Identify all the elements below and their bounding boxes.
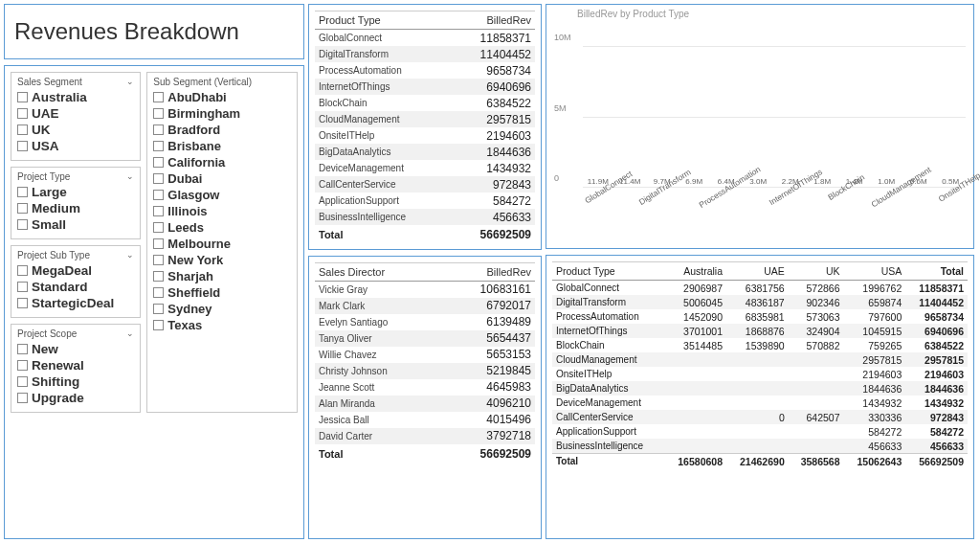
slicer-item[interactable]: UAE <box>17 105 134 122</box>
slicer-item[interactable]: Melbourne <box>153 236 291 252</box>
checkbox-icon[interactable] <box>153 206 164 216</box>
table-row[interactable]: Evelyn Santiago6139489 <box>315 314 535 330</box>
slicer-item[interactable]: Texas <box>153 317 291 333</box>
checkbox-icon[interactable] <box>153 157 164 168</box>
slicer-item[interactable]: UK <box>17 122 134 138</box>
matrix-row[interactable]: InternetOfThings370100118688763249041045… <box>552 324 968 338</box>
slicer-item[interactable]: USA <box>17 138 134 154</box>
matrix-row[interactable]: OnsiteITHelp21946032194603 <box>552 367 968 381</box>
table-row[interactable]: GlobalConnect11858371 <box>315 30 535 47</box>
slicer-project-type[interactable]: Project Type ⌄ LargeMediumSmall <box>11 167 141 239</box>
table-row[interactable]: ApplicationSupport584272 <box>315 192 535 209</box>
slicer-item[interactable]: Illinois <box>153 203 291 219</box>
checkbox-icon[interactable] <box>153 222 164 233</box>
slicer-item[interactable]: MegaDeal <box>17 262 134 279</box>
table-row[interactable]: Christy Johnson5219845 <box>315 363 535 379</box>
matrix-row[interactable]: GlobalConnect290698763817565728661996762… <box>552 281 968 296</box>
sales-director-table[interactable]: Sales Director BilledRev Vickie Gray1068… <box>315 262 535 463</box>
slicer-item[interactable]: Brisbane <box>153 138 291 154</box>
chevron-down-icon[interactable]: ⌄ <box>126 171 134 181</box>
col-billedrev[interactable]: BilledRev <box>439 262 535 281</box>
matrix-row[interactable]: BigDataAnalytics18446361844636 <box>552 381 968 396</box>
slicer-item[interactable]: Dubai <box>153 170 291 187</box>
slicer-item[interactable]: Glasgow <box>153 187 291 203</box>
col-billedrev[interactable]: BilledRev <box>451 11 535 30</box>
table-row[interactable]: Vickie Gray10683161 <box>315 281 535 298</box>
slicer-item[interactable]: Birmingham <box>153 105 291 122</box>
checkbox-icon[interactable] <box>17 124 28 135</box>
checkbox-icon[interactable] <box>17 265 28 276</box>
slicer-item[interactable]: New <box>17 341 134 357</box>
table-row[interactable]: CallCenterService972843 <box>315 176 535 192</box>
checkbox-icon[interactable] <box>17 360 28 371</box>
slicer-item[interactable]: Medium <box>17 200 134 216</box>
matrix-col-total[interactable]: Total <box>905 262 968 281</box>
checkbox-icon[interactable] <box>17 92 28 102</box>
slicer-item[interactable]: Shifting <box>17 373 134 390</box>
table-row[interactable]: DigitalTransform11404452 <box>315 46 535 62</box>
col-product-type[interactable]: Product Type <box>552 262 664 281</box>
table-row[interactable]: BlockChain6384522 <box>315 95 535 111</box>
checkbox-icon[interactable] <box>153 304 164 314</box>
slicer-item[interactable]: Sharjah <box>153 268 291 284</box>
table-row[interactable]: Alan Miranda4096210 <box>315 396 535 412</box>
matrix-row[interactable]: ApplicationSupport584272584272 <box>552 424 968 439</box>
table-row[interactable]: ProcessAutomation9658734 <box>315 62 535 79</box>
checkbox-icon[interactable] <box>17 141 28 151</box>
checkbox-icon[interactable] <box>153 124 164 135</box>
table-row[interactable]: Tanya Oliver5654437 <box>315 330 535 347</box>
slicer-item[interactable]: Standard <box>17 279 134 295</box>
checkbox-icon[interactable] <box>17 298 28 308</box>
checkbox-icon[interactable] <box>17 282 28 292</box>
slicer-item[interactable]: California <box>153 154 291 170</box>
slicer-project-sub-type[interactable]: Project Sub Type ⌄ MegaDealStandardStart… <box>11 245 141 318</box>
checkbox-icon[interactable] <box>17 219 28 230</box>
checkbox-icon[interactable] <box>17 203 28 214</box>
slicer-sales-segment[interactable]: Sales Segment ⌄ AustraliaUAEUKUSA <box>11 72 141 161</box>
slicer-item[interactable]: AbuDhabi <box>153 89 291 105</box>
checkbox-icon[interactable] <box>153 255 164 265</box>
table-row[interactable]: OnsiteITHelp2194603 <box>315 127 535 144</box>
table-row[interactable]: Jeanne Scott4645983 <box>315 379 535 396</box>
slicer-item[interactable]: Large <box>17 184 134 200</box>
checkbox-icon[interactable] <box>153 238 164 249</box>
table-row[interactable]: CloudManagement2957815 <box>315 111 535 127</box>
checkbox-icon[interactable] <box>153 173 164 184</box>
matrix-row[interactable]: DeviceManagement14349321434932 <box>552 396 968 410</box>
table-row[interactable]: BigDataAnalytics1844636 <box>315 144 535 160</box>
slicer-item[interactable]: Upgrade <box>17 390 134 406</box>
matrix-col[interactable]: UK <box>789 262 844 281</box>
chevron-down-icon[interactable]: ⌄ <box>126 77 134 86</box>
col-product-type[interactable]: Product Type <box>315 11 451 30</box>
checkbox-icon[interactable] <box>17 393 28 403</box>
slicer-item[interactable]: Sheffield <box>153 284 291 301</box>
matrix-row[interactable]: BlockChain351448515398905708827592656384… <box>552 338 968 352</box>
slicer-item[interactable]: Australia <box>17 89 134 105</box>
matrix-col[interactable]: Australia <box>664 262 726 281</box>
slicer-item[interactable]: Sydney <box>153 301 291 317</box>
chart-panel[interactable]: BilledRev by Product Type 11.9M11.4M9.7M… <box>546 4 974 249</box>
chevron-down-icon[interactable]: ⌄ <box>126 328 134 338</box>
slicer-item[interactable]: Bradford <box>153 122 291 138</box>
checkbox-icon[interactable] <box>17 376 28 387</box>
col-sales-director[interactable]: Sales Director <box>315 262 439 281</box>
matrix-row[interactable]: ProcessAutomation14520906835981573063797… <box>552 309 968 324</box>
checkbox-icon[interactable] <box>153 320 164 330</box>
product-type-table[interactable]: Product Type BilledRev GlobalConnect1185… <box>315 11 535 243</box>
checkbox-icon[interactable] <box>17 344 28 354</box>
matrix-col[interactable]: UAE <box>726 262 789 281</box>
slicer-project-scope[interactable]: Project Scope ⌄ NewRenewalShiftingUpgrad… <box>11 324 141 413</box>
table-row[interactable]: BusinessIntelligence456633 <box>315 209 535 225</box>
matrix-row[interactable]: BusinessIntelligence456633456633 <box>552 439 968 454</box>
slicer-sub-segment[interactable]: Sub Segment (Vertical) AbuDhabiBirmingha… <box>146 72 298 413</box>
slicer-item[interactable]: Leeds <box>153 219 291 236</box>
table-row[interactable]: Willie Chavez5653153 <box>315 347 535 363</box>
slicer-item[interactable]: New York <box>153 252 291 268</box>
checkbox-icon[interactable] <box>153 141 164 151</box>
table-row[interactable]: Jessica Ball4015496 <box>315 412 535 428</box>
checkbox-icon[interactable] <box>153 92 164 102</box>
matrix-row[interactable]: DigitalTransform500604548361879023466598… <box>552 295 968 309</box>
checkbox-icon[interactable] <box>153 287 164 298</box>
matrix-row[interactable]: CallCenterService0642507330336972843 <box>552 410 968 424</box>
checkbox-icon[interactable] <box>17 108 28 119</box>
